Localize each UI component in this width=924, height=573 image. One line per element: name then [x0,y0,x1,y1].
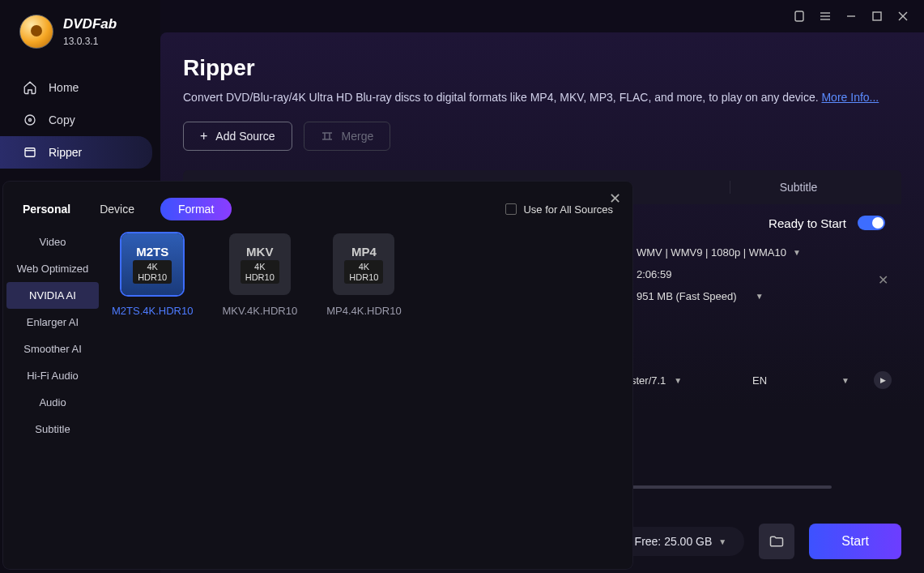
format-modal: ✕ Personal Device Format Use for All Sou… [3,182,632,569]
lang-select[interactable]: EN▼ [752,374,849,387]
use-all-sources[interactable]: Use for All Sources [505,203,613,216]
cat-hifi-audio[interactable]: Hi-Fi Audio [6,362,99,389]
play-icon[interactable]: ▶ [874,371,892,389]
format-m2ts[interactable]: M2TS 4KHDR10 M2TS.4K.HDR10 [112,233,193,443]
nav-list: Home Copy Ripper [0,71,160,169]
app-version: 13.0.3.1 [63,36,117,47]
ready-toggle[interactable] [858,216,885,230]
chevron-down-icon: ▼ [718,537,726,546]
modal-tabs: Personal Device Format Use for All Sourc… [3,182,632,229]
merge-button[interactable]: Merge [304,122,391,151]
cat-nvidia-ai[interactable]: NVIDIA AI [6,282,99,309]
page-title: Ripper [183,55,901,81]
format-label: MKV.4K.HDR10 [222,305,297,317]
copy-icon [23,113,37,127]
page-description: Convert DVD/Blu-ray/4K Ultra HD Blu-ray … [183,91,901,104]
modal-close-icon[interactable]: ✕ [609,190,621,207]
format-tile-icon: MP4 4KHDR10 [333,233,394,295]
logo-badge-icon [19,15,53,49]
chevron-down-icon: ▼ [841,376,849,385]
close-icon[interactable] [896,10,909,23]
output-folder-button[interactable] [759,524,794,559]
cat-subtitle[interactable]: Subtitle [6,416,99,443]
theme-icon[interactable] [793,10,806,23]
folder-icon [769,533,785,549]
add-source-button[interactable]: + Add Source [183,122,292,151]
chevron-down-icon: ▼ [793,248,801,257]
menu-icon[interactable] [819,10,832,23]
chevron-down-icon: ▼ [756,292,764,301]
progress-bar [629,485,832,489]
format-label: MP4.4K.HDR10 [326,305,401,317]
format-mp4[interactable]: MP4 4KHDR10 MP4.4K.HDR10 [326,233,401,443]
svg-rect-5 [873,12,881,20]
plus-icon: + [200,130,207,143]
svg-rect-0 [795,11,803,21]
nav-item-home[interactable]: Home [0,71,152,104]
start-button[interactable]: Start [809,524,901,559]
nav-item-ripper[interactable]: Ripper [0,136,152,169]
svg-point-8 [25,115,35,125]
tab-personal[interactable]: Personal [19,198,74,220]
home-icon [23,80,37,95]
nav-item-copy[interactable]: Copy [0,104,152,136]
audio-select[interactable]: ster/7.1▼ [631,374,728,387]
cat-enlarger-ai[interactable]: Enlarger AI [6,309,99,336]
chevron-down-icon: ▼ [674,376,682,385]
maximize-icon[interactable] [871,10,884,23]
duration-label: 2:06:59 [637,263,885,285]
nav-label: Copy [49,113,75,126]
more-info-link[interactable]: More Info... [821,91,879,104]
tab-device[interactable]: Device [96,198,138,220]
minimize-icon[interactable] [845,10,858,23]
window-controls [793,0,924,32]
nav-label: Home [49,81,79,94]
format-tile-icon: MKV 4KHDR10 [229,233,291,295]
svg-point-9 [29,119,32,122]
cat-smoother-ai[interactable]: Smoother AI [6,336,99,362]
free-space-chip[interactable]: Free: 25.00 GB ▼ [617,527,745,556]
cat-audio[interactable]: Audio [6,389,99,416]
audio-row: ster/7.1▼ EN▼ ▶ [631,371,892,389]
app-name: DVDFab [63,16,117,32]
checkbox-icon[interactable] [505,203,517,215]
ripper-icon [23,145,37,160]
category-list: Video Web Optimized NVIDIA AI Enlarger A… [3,229,102,443]
size-select[interactable]: 951 MB (Fast Speed) ▼ [637,285,885,307]
format-select[interactable]: WMV | WMV9 | 1080p | WMA10▼ [637,242,885,263]
remove-item-icon[interactable]: ✕ [878,272,888,288]
app-logo: DVDFab 13.0.3.1 [0,0,160,57]
format-grid: M2TS 4KHDR10 M2TS.4K.HDR10 MKV 4KHDR10 M… [102,229,407,443]
tab-format[interactable]: Format [160,198,232,220]
format-mkv[interactable]: MKV 4KHDR10 MKV.4K.HDR10 [222,233,297,443]
cat-web-optimized[interactable]: Web Optimized [6,255,99,282]
format-label: M2TS.4K.HDR10 [112,305,193,317]
nav-label: Ripper [49,146,82,159]
merge-icon [321,130,334,143]
th-subtitle: Subtitle [730,181,867,194]
svg-rect-10 [25,148,35,157]
format-tile-icon: M2TS 4KHDR10 [121,233,183,295]
cat-video[interactable]: Video [6,229,99,255]
ready-label: Ready to Start [769,216,846,230]
